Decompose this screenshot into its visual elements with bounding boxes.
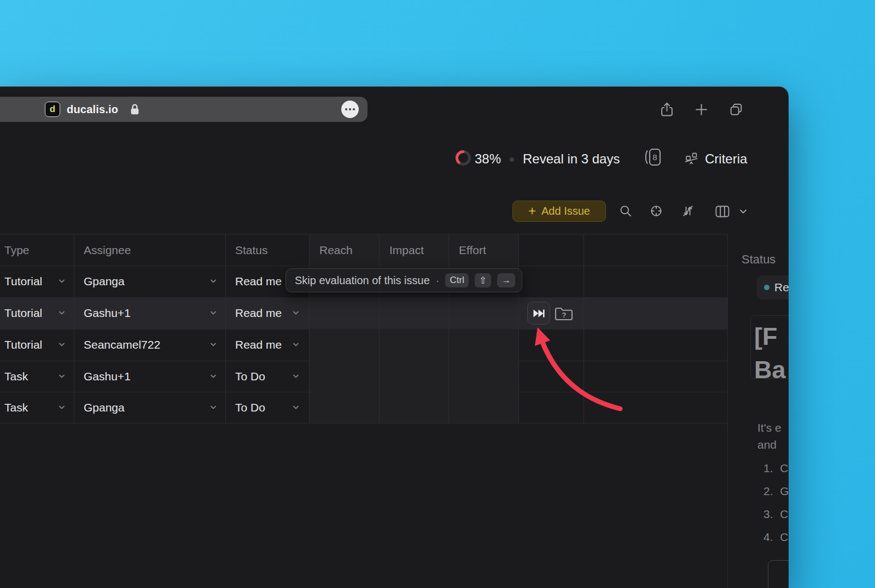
- folder-question-icon: ?: [554, 305, 574, 321]
- type-select[interactable]: Tutorial: [0, 297, 74, 329]
- chevron-down-icon: [293, 343, 299, 347]
- url-text: ducalis.io: [67, 97, 118, 122]
- status-select[interactable]: To Do: [226, 361, 310, 392]
- assignee-select[interactable]: Gashu+1: [74, 297, 226, 329]
- reach-cell[interactable]: [310, 361, 380, 392]
- table-row: Tutorial Seancamel722 Read me: [0, 329, 727, 361]
- new-tab-plus-icon[interactable]: [694, 102, 709, 117]
- column-header-effort: Effort: [449, 234, 519, 266]
- column-header-assignee: Assignee: [74, 234, 226, 266]
- site-favicon: d: [45, 102, 60, 117]
- target-icon[interactable]: [650, 204, 663, 217]
- panel-bottom-box: [768, 560, 789, 588]
- chevron-down-icon: [59, 279, 65, 284]
- chevron-down-icon: [210, 343, 217, 347]
- cards-count-icon[interactable]: 8: [643, 146, 664, 168]
- effort-cell[interactable]: [449, 329, 519, 361]
- extra-cell: [519, 392, 584, 423]
- status-select[interactable]: To Do: [226, 392, 310, 423]
- window-controls: [660, 101, 744, 117]
- skip-evaluation-button[interactable]: [527, 302, 550, 325]
- panel-numbered-list: 1. C 2. G 3. C 4. C: [763, 461, 789, 552]
- list-item: 3. C: [763, 507, 789, 522]
- chevron-down-icon: [293, 374, 299, 379]
- extra-cell: [519, 361, 584, 392]
- effort-cell[interactable]: [449, 361, 519, 392]
- chevron-down-icon: [59, 343, 65, 347]
- shift-key: ⇧: [475, 273, 491, 287]
- list-item: 4. C: [763, 530, 789, 545]
- type-select[interactable]: Tutorial: [0, 266, 74, 297]
- table-header-row: Type Assignee Status Reach Impact Effort: [0, 234, 727, 266]
- share-icon[interactable]: [660, 101, 674, 117]
- columns-icon[interactable]: [715, 205, 730, 217]
- extra-cell: [519, 329, 584, 361]
- type-select[interactable]: Task: [0, 392, 74, 423]
- chevron-down-icon: [210, 311, 217, 315]
- type-select[interactable]: Task: [0, 361, 74, 392]
- criteria-icon[interactable]: [684, 151, 699, 165]
- table-row: Task Gpanga To Do: [0, 392, 727, 424]
- panel-issue-title: [F Ba: [754, 320, 786, 386]
- tooltip-separator: ·: [436, 274, 440, 287]
- tabs-overview-icon[interactable]: [728, 102, 744, 117]
- chevron-down-icon: [210, 279, 217, 284]
- address-menu-button[interactable]: [341, 101, 359, 118]
- column-header-status: Status: [226, 234, 310, 266]
- unknown-folder-button[interactable]: ?: [554, 305, 574, 321]
- cards-count-value: 8: [652, 152, 657, 162]
- ctrl-key: Ctrl: [445, 273, 468, 287]
- criteria-label[interactable]: Criteria: [705, 151, 747, 167]
- status-select[interactable]: Read me: [226, 297, 310, 329]
- column-header-reach: Reach: [310, 234, 380, 266]
- sort-disabled-icon[interactable]: [681, 204, 695, 217]
- effort-cell[interactable]: [449, 392, 519, 423]
- table-row: Tutorial Gashu+1 Read me: [0, 297, 727, 330]
- chevron-down-icon: [293, 311, 299, 315]
- impact-cell[interactable]: [380, 297, 449, 329]
- svg-text:?: ?: [562, 311, 567, 319]
- chevron-down-icon[interactable]: [739, 209, 747, 214]
- list-item: 2. G: [763, 484, 789, 499]
- effort-cell[interactable]: [449, 297, 519, 329]
- impact-cell[interactable]: [380, 361, 449, 392]
- skip-evaluation-tooltip: Skip evaluation of this issue · Ctrl ⇧ →: [285, 268, 522, 292]
- separator-dot: [510, 157, 514, 162]
- chevron-down-icon: [59, 311, 65, 315]
- type-select[interactable]: Tutorial: [0, 329, 74, 361]
- column-header-impact: Impact: [380, 234, 449, 266]
- lock-icon: [130, 103, 139, 117]
- reach-cell[interactable]: [310, 392, 380, 423]
- reach-cell[interactable]: [310, 329, 380, 361]
- search-icon[interactable]: [619, 204, 632, 217]
- address-bar[interactable]: d ducalis.io: [0, 97, 368, 122]
- assignee-select[interactable]: Gpanga: [74, 392, 226, 423]
- assignee-select[interactable]: Gpanga: [74, 266, 226, 297]
- add-issue-button[interactable]: + Add Issue: [512, 201, 606, 222]
- progress-ring: [455, 150, 471, 166]
- chevron-down-icon: [210, 405, 217, 410]
- assignee-select[interactable]: Seancamel722: [74, 329, 226, 361]
- reveal-countdown: Reveal in 3 days: [523, 151, 620, 167]
- assignee-select[interactable]: Gashu+1: [74, 361, 226, 392]
- list-item: 1. C: [763, 461, 789, 476]
- panel-status-pill[interactable]: Read me: [757, 275, 789, 299]
- status-select[interactable]: Read me: [226, 329, 310, 361]
- status-dot-icon: [764, 285, 769, 290]
- panel-description: It's e and: [757, 419, 781, 453]
- ellipsis-icon: [345, 108, 347, 110]
- chevron-down-icon: [59, 374, 65, 379]
- browser-window: d ducalis.io: [0, 86, 789, 588]
- plus-icon: +: [528, 204, 536, 217]
- impact-cell[interactable]: [380, 329, 449, 361]
- favicon-letter: d: [50, 104, 55, 115]
- skip-forward-icon: [533, 309, 545, 318]
- chevron-down-icon: [210, 374, 217, 379]
- evaluation-header: 38% Reveal in 3 days 8 Criteria: [0, 148, 789, 172]
- reach-cell[interactable]: [310, 297, 380, 329]
- column-header-type: Type: [0, 234, 74, 266]
- panel-status-label: Status: [742, 252, 775, 267]
- table-row: Task Gashu+1 To Do: [0, 361, 727, 392]
- impact-cell[interactable]: [380, 392, 449, 423]
- panel-divider: [727, 234, 728, 588]
